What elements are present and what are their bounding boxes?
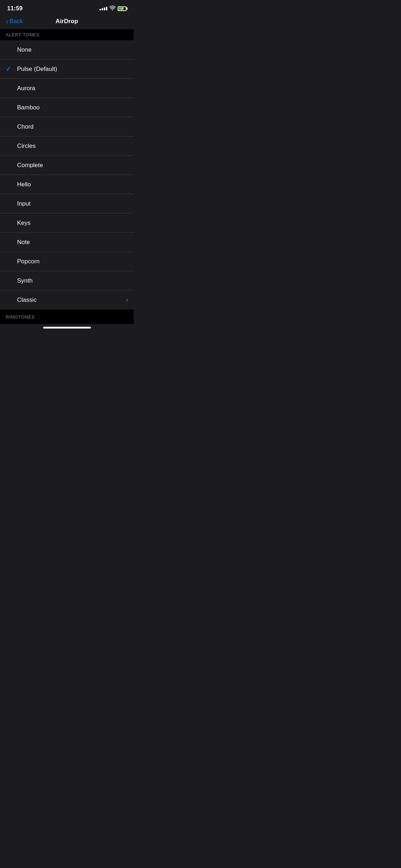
list-item[interactable]: Note (0, 233, 134, 252)
page-title: AirDrop (56, 18, 78, 25)
item-label: Classic (17, 296, 126, 304)
item-label: Aurora (17, 85, 128, 92)
list-item[interactable]: Keys (0, 213, 134, 233)
list-item[interactable]: Circles (0, 136, 134, 156)
list-item[interactable]: Synth (0, 271, 134, 290)
list-item[interactable]: Hello (0, 175, 134, 194)
chevron-right-icon: › (126, 297, 128, 303)
list-item[interactable]: Aurora (0, 79, 134, 98)
item-label: Circles (17, 143, 128, 150)
list-item[interactable]: Bamboo (0, 98, 134, 117)
bottom-section: RINGTONES (0, 310, 134, 324)
home-bar (43, 327, 91, 329)
list-item[interactable]: None (0, 40, 134, 60)
battery-icon: ⚡ (118, 6, 127, 11)
status-icons: ⚡ (99, 6, 127, 11)
home-indicator (0, 324, 134, 331)
list-item[interactable]: Popcorn (0, 252, 134, 271)
back-label: Back (10, 18, 23, 25)
back-chevron-icon: ‹ (6, 18, 8, 25)
checkmark-icon: ✓ (6, 65, 17, 73)
list-item[interactable]: Classic› (0, 290, 134, 310)
nav-bar: ‹ Back AirDrop (0, 15, 134, 29)
status-bar: 11:59 ⚡ (0, 0, 134, 15)
alert-tones-header: ALERT TONES (0, 29, 134, 40)
list-item[interactable]: Input (0, 194, 134, 213)
list-item[interactable]: Chord (0, 117, 134, 136)
item-label: Chord (17, 123, 128, 130)
item-label: Popcorn (17, 258, 128, 265)
wifi-icon (109, 6, 115, 11)
item-label: Input (17, 200, 128, 207)
item-label: Complete (17, 162, 128, 169)
item-label: None (17, 46, 128, 53)
list-item[interactable]: ✓Pulse (Default) (0, 60, 134, 79)
signal-icon (99, 7, 107, 10)
item-label: Hello (17, 181, 128, 188)
item-label: Bamboo (17, 104, 128, 111)
back-button[interactable]: ‹ Back (6, 18, 23, 25)
status-time: 11:59 (7, 5, 22, 12)
alert-tones-list: None✓Pulse (Default)AuroraBambooChordCir… (0, 40, 134, 310)
list-item[interactable]: Complete (0, 156, 134, 175)
item-label: Synth (17, 277, 128, 284)
item-label: Note (17, 239, 128, 246)
item-label: Keys (17, 219, 128, 227)
item-label: Pulse (Default) (17, 66, 128, 73)
ringtones-header: RINGTONES (0, 311, 134, 322)
